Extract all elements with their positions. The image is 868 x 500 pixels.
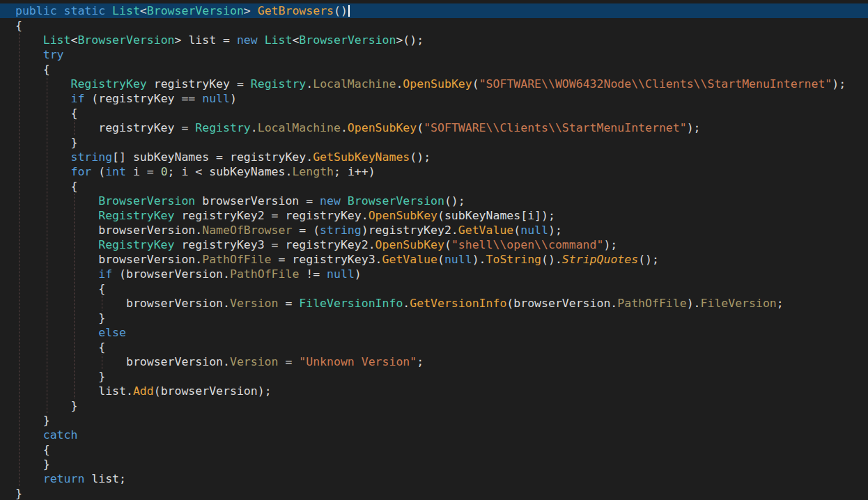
code-line: string[] subKeyNames = registryKey.GetSu…: [0, 150, 868, 164]
code-token-plain: [15, 428, 43, 442]
code-token-plain: [57, 4, 64, 17]
code-token-method: OpenSubKey: [369, 209, 437, 222]
code-token-plain: .: [403, 297, 410, 310]
code-token-number: 0: [161, 165, 168, 178]
code-token-plain: ): [355, 267, 362, 281]
code-token-plain: i =: [126, 165, 161, 178]
code-token-plain: > list =: [175, 33, 237, 47]
code-token-plain: [15, 165, 70, 178]
code-token-plain: [15, 33, 43, 47]
code-token-plain: (: [417, 121, 424, 134]
code-token-property: Version: [230, 355, 279, 368]
code-line: return list;: [0, 471, 868, 486]
code-token-keyword: if: [98, 267, 112, 281]
code-token-plain: (subKeyNames[i]);: [437, 209, 555, 222]
text-caret: [348, 5, 350, 17]
code-token-plain: [15, 238, 98, 251]
code-token-type: BrowserVersion: [147, 4, 244, 17]
code-token-type: List: [265, 33, 293, 47]
code-token-property: PathOfFile: [230, 267, 299, 281]
code-token-plain: (browserVersion.: [112, 267, 230, 281]
code-token-method: GetVersionInfo: [410, 297, 506, 310]
code-token-type: Registry: [251, 77, 306, 91]
code-editor[interactable]: public static List<BrowserVersion> GetBr…: [0, 0, 868, 500]
code-token-plain: );: [687, 121, 701, 134]
code-token-plain: browserVersion.: [15, 253, 202, 266]
code-token-plain: browserVersion.: [15, 224, 202, 237]
code-token-plain: {: [15, 282, 105, 295]
code-token-plain: [15, 92, 70, 105]
code-token-plain: (: [472, 77, 479, 91]
code-token-string: "Unknown Version": [299, 355, 417, 368]
code-token-plain: >();: [396, 33, 424, 47]
code-line: browserVersion.NameOfBrowser = (string)r…: [0, 223, 868, 237]
code-line: browserVersion.Version = FileVersionInfo…: [0, 296, 868, 311]
code-token-plain: registryKey3 = registryKey2.: [175, 238, 375, 251]
code-token-plain: }: [15, 458, 50, 471]
code-token-plain: [258, 33, 265, 47]
code-token-plain: [341, 194, 348, 208]
code-token-keyword: null: [202, 92, 230, 105]
code-token-plain: .: [341, 121, 348, 134]
code-area[interactable]: public static List<BrowserVersion> GetBr…: [0, 3, 868, 500]
code-token-extension: StripQuotes: [562, 253, 638, 266]
code-line: }: [0, 311, 868, 325]
code-token-keyword: static: [64, 4, 106, 17]
code-token-plain: .: [396, 77, 403, 91]
code-token-plain: (: [437, 253, 444, 266]
code-line: List<BrowserVersion> list = new List<Bro…: [0, 33, 868, 47]
code-line: }: [0, 457, 868, 471]
code-token-plain: ; i++): [334, 165, 375, 178]
code-line: catch: [0, 428, 868, 442]
code-token-plain: ;: [417, 355, 424, 368]
code-token-property: Version: [230, 297, 279, 310]
code-line: registryKey = Registry.LocalMachine.Open…: [0, 120, 868, 135]
code-token-plain: browserVersion.: [15, 355, 230, 368]
code-token-plain: <: [292, 33, 299, 47]
code-token-plain: [105, 4, 112, 17]
code-line: try: [0, 47, 868, 62]
code-token-plain: >: [244, 4, 258, 17]
code-token-type: BrowserVersion: [77, 33, 174, 47]
code-token-keyword: int: [105, 165, 126, 178]
code-token-plain: [] subKeyNames = registryKey.: [112, 150, 313, 164]
code-line: }: [0, 135, 868, 150]
code-token-plain: }: [15, 136, 77, 149]
code-token-string: "SOFTWARE\\WOW6432Node\\Clients\\StartMe…: [479, 77, 832, 91]
code-token-type: Registry: [195, 121, 250, 134]
code-line: RegistryKey registryKey2 = registryKey.O…: [0, 208, 868, 223]
code-token-plain: }: [15, 414, 50, 427]
code-token-type: BrowserVersion: [299, 33, 396, 47]
code-token-keyword: string: [70, 150, 112, 164]
code-line: if (browserVersion.PathOfFile != null): [0, 267, 868, 281]
code-token-method: GetSubKeyNames: [313, 150, 410, 164]
code-token-type: BrowserVersion: [348, 194, 444, 208]
code-token-plain: .: [251, 121, 258, 134]
code-token-plain: [15, 472, 43, 485]
code-token-plain: );: [548, 224, 562, 237]
code-token-keyword: else: [98, 326, 126, 339]
code-token-plain: }: [15, 311, 105, 325]
code-token-property: PathOfFile: [617, 297, 686, 310]
code-token-keyword: string: [320, 224, 362, 237]
code-token-method: GetValue: [458, 224, 513, 237]
code-line: RegistryKey registryKey3 = registryKey2.…: [0, 237, 868, 252]
code-token-plain: =: [279, 297, 300, 310]
code-token-property: Length: [292, 165, 334, 178]
code-token-plain: (: [91, 165, 105, 178]
code-line: browserVersion.PathOfFile = registryKey3…: [0, 252, 868, 267]
code-token-keyword: try: [43, 48, 64, 61]
code-line: {: [0, 179, 868, 194]
code-token-keyword: for: [70, 165, 91, 178]
code-line: for (int i = 0; i < subKeyNames.Length; …: [0, 164, 868, 179]
code-token-type: RegistryKey: [98, 238, 174, 251]
code-token-plain: }: [15, 487, 22, 500]
code-token-plain: .: [306, 77, 313, 91]
code-token-plain: (): [334, 4, 348, 17]
code-token-type: RegistryKey: [70, 77, 146, 91]
code-token-plain: registryKey2 = registryKey.: [175, 209, 369, 222]
code-line: browserVersion.Version = "Unknown Versio…: [0, 354, 868, 369]
code-token-plain: <: [140, 4, 147, 17]
code-token-plain: registryKey =: [15, 121, 195, 134]
code-line: {: [0, 281, 868, 296]
